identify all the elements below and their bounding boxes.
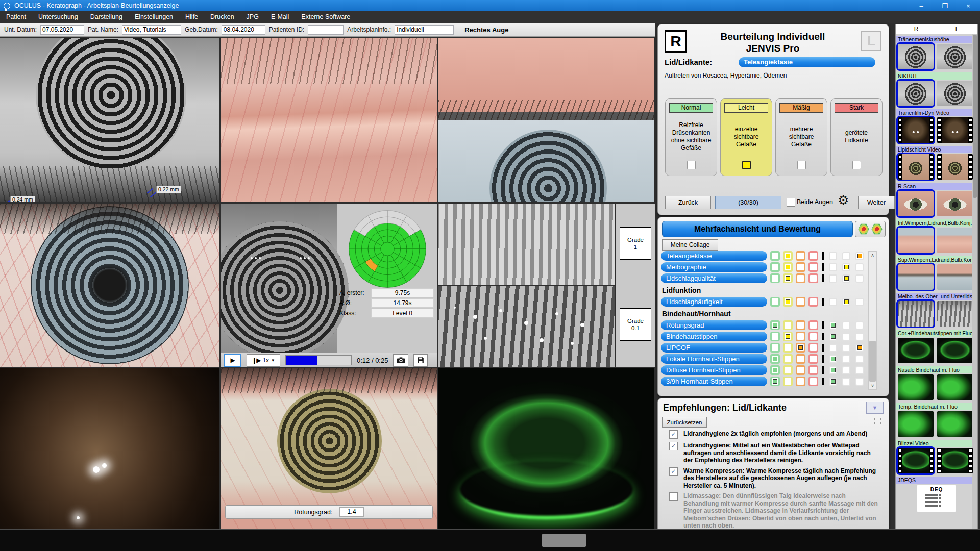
option-checkbox[interactable]	[852, 161, 861, 169]
rating-checkbox[interactable]	[808, 332, 818, 341]
rating-checkbox[interactable]	[783, 377, 793, 386]
image-fluorescein-eye[interactable]	[438, 368, 654, 529]
next-button[interactable]: Weiter	[858, 196, 895, 209]
image-meibography-lower[interactable]	[438, 286, 615, 367]
thumbnail-right[interactable]	[896, 446, 935, 475]
exam-date-field[interactable]: 07.05.2020	[40, 25, 84, 35]
thumbnail-left[interactable]	[937, 264, 973, 290]
birth-date-field[interactable]: 08.04.2020	[222, 25, 265, 35]
thumbnail-right[interactable]	[898, 411, 934, 437]
parameter-pill[interactable]: Meibographie	[661, 262, 767, 272]
rating-checkbox[interactable]	[770, 262, 780, 272]
list-scrollbar[interactable]: ∧ ∨	[868, 251, 877, 390]
patient-id-field[interactable]	[308, 25, 344, 35]
rating-checkbox[interactable]	[808, 273, 818, 283]
parameter-pill[interactable]: Rötungsgrad	[661, 320, 767, 330]
rating-checkbox[interactable]	[770, 343, 780, 353]
parameter-pill[interactable]: Lidschlagqualität	[661, 273, 767, 283]
video-progress-bar[interactable]	[285, 355, 352, 365]
workplan-info-field[interactable]: Individuell	[395, 25, 454, 35]
rating-checkbox[interactable]	[770, 354, 780, 364]
thumbnail-right[interactable]	[898, 374, 934, 400]
menu-einstellungen[interactable]: Einstellungen	[129, 11, 179, 23]
rating-checkbox[interactable]	[770, 297, 780, 307]
scroll-up-icon[interactable]: ∧	[869, 253, 876, 258]
thumbnail-left[interactable]	[937, 411, 973, 437]
thumbnail-right[interactable]	[896, 189, 935, 218]
expand-icon[interactable]	[874, 418, 881, 424]
rating-checkbox[interactable]	[783, 273, 793, 283]
patient-name-field[interactable]: Video, Tutorials	[122, 25, 181, 35]
rating-checkbox[interactable]	[808, 251, 818, 261]
severity-option-normal[interactable]: NormalReizfreie Drüsenkanten ohne sichtb…	[665, 98, 717, 176]
snapshot-button[interactable]	[393, 354, 408, 367]
scroll-down-icon[interactable]: ∨	[869, 383, 876, 388]
parameter-pill[interactable]: Teleangiektasie	[661, 251, 767, 261]
maximize-button[interactable]: ❐	[933, 0, 957, 11]
thumbnail-left[interactable]	[937, 448, 973, 473]
image-upper-lid-eye[interactable]	[438, 38, 654, 202]
recommendation-checkbox[interactable]: ✓	[669, 430, 678, 439]
rating-checkbox[interactable]	[808, 343, 818, 353]
rating-checkbox[interactable]	[770, 377, 780, 386]
option-checkbox[interactable]	[687, 161, 696, 169]
collage-hex-button[interactable]	[855, 221, 886, 237]
parameter-pill[interactable]: 3/9h Hornhaut-Stippen	[661, 377, 767, 386]
image-redness-eye[interactable]	[0, 204, 219, 367]
recommendation-checkbox[interactable]	[669, 492, 678, 501]
rating-checkbox[interactable]	[783, 343, 793, 353]
image-dark-iris-macro[interactable]	[0, 368, 219, 529]
rating-checkbox[interactable]	[770, 320, 780, 330]
rating-checkbox[interactable]	[796, 354, 805, 364]
rating-checkbox[interactable]	[796, 365, 805, 375]
thumbnail-left[interactable]	[937, 154, 973, 180]
reset-button[interactable]: Zurücksetzen	[662, 417, 707, 428]
menu-drucken[interactable]: Drucken	[204, 11, 240, 23]
thumbnail-right[interactable]	[896, 263, 935, 291]
menu-darstellung[interactable]: Darstellung	[84, 11, 129, 23]
rating-checkbox[interactable]	[783, 262, 793, 272]
menu-hilfe[interactable]: Hilfe	[179, 11, 204, 23]
rating-checkbox[interactable]	[770, 332, 780, 341]
rating-checkbox[interactable]	[808, 354, 818, 364]
parameter-pill[interactable]: Lokale Hornhaut-Stippen	[661, 354, 767, 364]
thumbnail-right[interactable]	[898, 338, 934, 363]
step-counter-button[interactable]: (30/30)	[715, 196, 781, 209]
rating-checkbox[interactable]	[796, 262, 805, 272]
rating-checkbox[interactable]	[783, 251, 793, 261]
parameter-pill[interactable]: LIPCOF	[661, 343, 767, 353]
rating-checkbox[interactable]	[808, 262, 818, 272]
rating-checkbox[interactable]	[796, 273, 805, 283]
parameter-pill[interactable]: Bindehautstippen	[661, 332, 767, 341]
rating-checkbox[interactable]	[808, 365, 818, 375]
rating-checkbox[interactable]	[783, 365, 793, 375]
speed-dropdown[interactable]: ❙▶ 1x ▼	[247, 354, 280, 367]
multiview-header-button[interactable]: Mehrfachansicht und Bewertung	[662, 221, 853, 237]
rating-checkbox[interactable]	[783, 320, 793, 330]
collapse-dropdown-button[interactable]: ▼	[866, 402, 884, 414]
rating-checkbox[interactable]	[796, 320, 805, 330]
both-eyes-checkbox[interactable]	[787, 198, 795, 207]
thumbnail-left[interactable]	[937, 301, 973, 327]
rating-checkbox[interactable]	[783, 332, 793, 341]
back-button[interactable]: Zurück	[665, 196, 711, 209]
image-meibography-upper[interactable]	[438, 204, 615, 285]
parameter-pill[interactable]: Lidschlaghäufigkeit	[661, 297, 767, 307]
rating-checkbox[interactable]	[796, 251, 805, 261]
menu-externe-software[interactable]: Externe Software	[295, 11, 356, 23]
thumbnail-left[interactable]	[937, 374, 973, 400]
rating-checkbox[interactable]	[770, 365, 780, 375]
option-checkbox[interactable]	[797, 161, 806, 169]
thumbnail-left[interactable]	[937, 117, 973, 143]
menu-untersuchung[interactable]: Untersuchung	[32, 11, 84, 23]
right-eye-toggle[interactable]: R	[665, 30, 687, 53]
rating-checkbox[interactable]	[770, 273, 780, 283]
scrollbar-thumb[interactable]	[869, 341, 876, 382]
thumbnail-right[interactable]	[896, 299, 935, 328]
rating-checkbox[interactable]	[808, 297, 818, 307]
thumbnail-right[interactable]	[896, 226, 935, 255]
my-collage-button[interactable]: Meine Collage	[662, 239, 718, 251]
play-button[interactable]: ▶	[224, 354, 241, 367]
rating-checkbox[interactable]	[796, 343, 805, 353]
image-lower-lid-margin[interactable]	[221, 38, 437, 202]
